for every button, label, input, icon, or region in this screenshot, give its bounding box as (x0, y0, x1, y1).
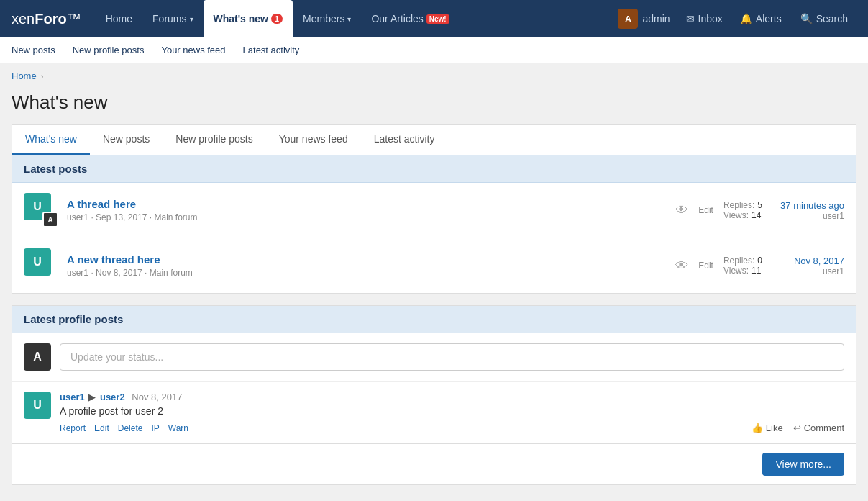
comment-icon: ↩ (793, 423, 801, 433)
page-title: What's new (0, 89, 868, 124)
replies-value: 0 (757, 256, 762, 266)
subnav-new-posts[interactable]: New posts (12, 37, 64, 63)
nav-home[interactable]: Home (96, 0, 142, 37)
logo[interactable]: xenForo™ (12, 11, 81, 27)
tab-new-profile-posts[interactable]: New profile posts (163, 125, 265, 155)
thread-meta: user1 · Sep 13, 2017 · Main forum (67, 212, 667, 222)
sub-nav: New posts New profile posts Your news fe… (0, 37, 868, 63)
inbox-icon: ✉ (686, 13, 695, 24)
report-link[interactable]: Report (60, 423, 86, 433)
react-actions: 👍 Like ↩ Comment (751, 423, 844, 433)
view-more-button[interactable]: View more... (762, 453, 844, 476)
status-row: A Update your status... (12, 333, 856, 382)
thumb-up-icon: 👍 (751, 423, 763, 433)
profile-post-header: user1 ▶ user2 Nov 8, 2017 (60, 392, 844, 402)
logo-xen: xen (12, 11, 35, 27)
nav-members[interactable]: Members ▾ (293, 0, 361, 37)
table-row: U A new thread here user1 · Nov 8, 2017 … (12, 238, 856, 293)
our-articles-badge: New! (426, 14, 449, 24)
edit-link[interactable]: Edit (698, 261, 713, 271)
top-nav: xenForo™ Home Forums ▾ What's new 1 Memb… (0, 0, 868, 37)
tab-latest-activity[interactable]: Latest activity (361, 125, 448, 155)
comment-button[interactable]: ↩ Comment (793, 423, 844, 433)
stats-edit: Edit (698, 205, 713, 215)
breadcrumb-home[interactable]: Home (12, 71, 37, 81)
watch-icon[interactable]: 👁 (675, 203, 688, 218)
warn-link[interactable]: Warn (168, 423, 188, 433)
subnav-new-profile-posts[interactable]: New profile posts (64, 37, 153, 63)
latest-profile-posts-header: Latest profile posts (12, 306, 856, 333)
thread-forum-link[interactable]: Main forum (150, 268, 193, 278)
time-ago: 37 minutes ago (772, 200, 844, 211)
profile-post-content: user1 ▶ user2 Nov 8, 2017 A profile post… (60, 392, 844, 433)
table-row: U A A thread here user1 · Sep 13, 2017 ·… (12, 183, 856, 238)
profile-post-author[interactable]: user1 (60, 392, 85, 402)
profile-post-date: Nov 8, 2017 (132, 392, 182, 402)
views-value: 11 (751, 266, 761, 276)
members-chevron-icon: ▾ (347, 15, 351, 23)
stats-block: Replies: 0 Views: 11 (723, 256, 762, 276)
thread-time: 37 minutes ago user1 (772, 200, 844, 221)
whats-new-badge: 1 (271, 14, 283, 24)
views-value: 14 (751, 210, 761, 220)
avatar: U (24, 248, 51, 276)
time-ago: Nov 8, 2017 (772, 256, 844, 266)
thread-time: Nov 8, 2017 user1 (772, 256, 844, 276)
delete-link[interactable]: Delete (118, 423, 143, 433)
time-user: user1 (772, 266, 844, 276)
nav-whats-new[interactable]: What's new 1 (204, 0, 293, 37)
search-button[interactable]: 🔍 Search (792, 10, 856, 27)
status-input[interactable]: Update your status... (60, 343, 844, 371)
subnav-your-news-feed[interactable]: Your news feed (152, 37, 234, 63)
views-label: Views: (723, 210, 749, 220)
replies-label: Replies: (723, 200, 754, 210)
subnav-latest-activity[interactable]: Latest activity (234, 37, 309, 63)
nav-forums[interactable]: Forums ▾ (142, 0, 203, 37)
latest-posts-section: Latest posts U A A thread here user1 · S… (12, 155, 856, 294)
avatar-stack: U A (24, 193, 58, 227)
tab-whats-new[interactable]: What's new (12, 125, 90, 155)
edit-link[interactable]: Edit (698, 205, 713, 215)
thread-stats: 👁 Edit Replies: 0 Views: 11 Nov 8, 2017 … (675, 256, 844, 276)
avatar: A (618, 9, 638, 29)
thread-title[interactable]: A thread here (67, 198, 136, 210)
ip-link[interactable]: IP (151, 423, 159, 433)
thread-forum-link[interactable]: Main forum (154, 212, 197, 222)
admin-avatar: A (24, 343, 51, 371)
nav-our-articles[interactable]: Our Articles New! (361, 0, 459, 37)
avatar-secondary: A (42, 212, 58, 227)
logo-foro: Foro (35, 11, 66, 27)
username: admin (642, 13, 670, 24)
profile-post-target[interactable]: user2 (100, 392, 125, 402)
action-links: Report Edit Delete IP Warn (60, 423, 188, 433)
tab-your-news-feed[interactable]: Your news feed (266, 125, 361, 155)
time-user: user1 (772, 211, 844, 221)
nav-user[interactable]: A admin (612, 9, 675, 29)
avatar: U (24, 392, 51, 419)
views-label: Views: (723, 266, 749, 276)
latest-posts-header: Latest posts (12, 155, 856, 183)
thread-info: A new thread here user1 · Nov 8, 2017 · … (67, 253, 667, 278)
stats-edit: Edit (698, 261, 713, 271)
search-icon: 🔍 (800, 13, 813, 24)
tab-new-posts[interactable]: New posts (90, 125, 163, 155)
inbox-button[interactable]: ✉ Inbox (679, 10, 730, 27)
like-button[interactable]: 👍 Like (751, 423, 783, 433)
thread-stats: 👁 Edit Replies: 5 Views: 14 37 minutes a… (675, 200, 844, 221)
profile-post-actions: Report Edit Delete IP Warn 👍 Like ↩ Comm… (60, 423, 844, 433)
alerts-button[interactable]: 🔔 Alerts (733, 10, 789, 27)
arrow-icon: ▶ (88, 392, 96, 402)
thread-meta: user1 · Nov 8, 2017 · Main forum (67, 268, 667, 278)
nav-items: Home Forums ▾ What's new 1 Members ▾ Our… (96, 0, 613, 37)
thread-title[interactable]: A new thread here (67, 253, 160, 266)
latest-profile-posts-section: Latest profile posts A Update your statu… (12, 305, 856, 444)
replies-value: 5 (757, 200, 762, 210)
content-tabs: What's new New posts New profile posts Y… (12, 124, 856, 155)
watch-icon[interactable]: 👁 (675, 258, 688, 274)
replies-label: Replies: (723, 256, 754, 266)
edit-link[interactable]: Edit (94, 423, 109, 433)
profile-post-text: A profile post for user 2 (60, 405, 844, 417)
stats-block: Replies: 5 Views: 14 (723, 200, 762, 220)
forums-chevron-icon: ▾ (190, 15, 193, 23)
avatar-stack: U (24, 248, 58, 283)
